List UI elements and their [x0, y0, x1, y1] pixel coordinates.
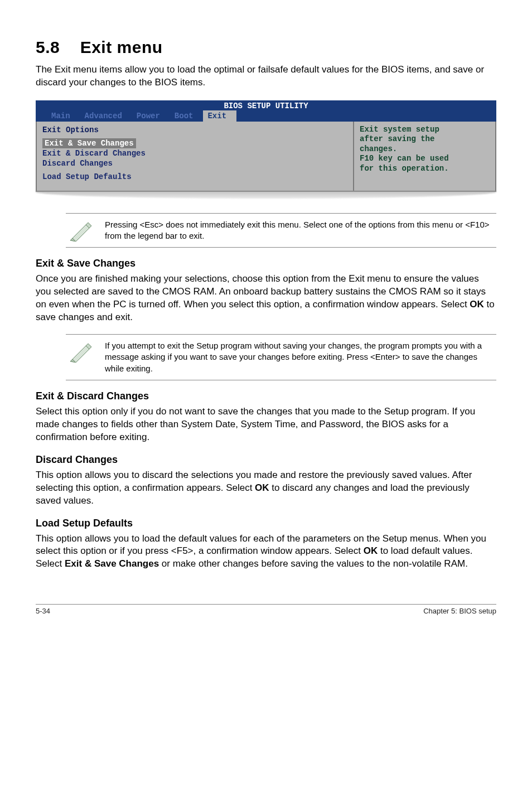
pencil-icon [69, 219, 95, 241]
bios-item: Discard Changes [42, 158, 347, 168]
bios-item: Load Setup Defaults [42, 172, 347, 182]
note-text: Pressing <Esc> does not immediately exit… [105, 219, 496, 242]
shadow-decoration [36, 191, 496, 199]
bios-tabs: Main Advanced Power Boot Exit [36, 110, 496, 122]
bios-help-line: F10 key can be used [360, 154, 490, 164]
bios-tab-main: Main [47, 110, 80, 122]
subheading-load: Load Setup Defaults [36, 518, 496, 529]
note-block: If you attempt to exit the Setup program… [66, 335, 496, 380]
bios-title: BIOS SETUP UTILITY [36, 100, 496, 110]
bios-tab-advanced: Advanced [80, 110, 132, 122]
bios-right-pane: Exit system setup after saving the chang… [354, 122, 496, 192]
bios-tab-exit: Exit [203, 110, 236, 122]
bold-ok: OK [470, 299, 484, 310]
paragraph-save: Once you are finished making your select… [36, 273, 496, 324]
divider [66, 247, 496, 248]
text-fragment: or make other changes before saving the … [159, 558, 468, 569]
bios-item-selected: Exit & Save Changes [42, 138, 136, 148]
page-number: 5-34 [36, 607, 50, 615]
bold-exit-save: Exit & Save Changes [65, 558, 159, 569]
subheading-discard-exit: Exit & Discard Changes [36, 390, 496, 402]
bold-ok: OK [255, 482, 269, 493]
bios-help-line: Exit system setup [360, 125, 490, 135]
bios-help-line: for this operation. [360, 164, 490, 174]
text-fragment: Once you are finished making your select… [36, 273, 486, 310]
section-number: 5.8 [36, 38, 60, 57]
note-block: Pressing <Esc> does not immediately exit… [66, 214, 496, 248]
bios-item: Exit & Discard Changes [42, 148, 347, 158]
paragraph-load: This option allows you to load the defau… [36, 533, 496, 571]
bios-help-line: changes. [360, 144, 490, 154]
intro-paragraph: The Exit menu items allow you to load th… [36, 64, 496, 89]
bios-tab-boot: Boot [170, 110, 204, 122]
section-heading: 5.8 Exit menu [36, 38, 496, 57]
bios-help-line: after saving the [360, 134, 490, 144]
bios-tab-power: Power [132, 110, 170, 122]
section-title: Exit menu [80, 38, 163, 57]
paragraph-discard: This option allows you to discard the se… [36, 469, 496, 508]
bios-left-pane: Exit Options Exit & Save Changes Exit & … [36, 122, 354, 192]
pencil-icon [69, 340, 95, 363]
subheading-save: Exit & Save Changes [36, 258, 496, 269]
paragraph-discard-exit: Select this option only if you do not wa… [36, 405, 496, 444]
page-footer: 5-34 Chapter 5: BIOS setup [36, 604, 496, 615]
bios-item-header: Exit Options [42, 125, 347, 135]
bold-ok: OK [364, 545, 378, 556]
subheading-discard: Discard Changes [36, 454, 496, 466]
bios-screenshot: BIOS SETUP UTILITY Main Advanced Power B… [36, 100, 496, 199]
divider [66, 380, 496, 380]
note-text: If you attempt to exit the Setup program… [105, 340, 496, 374]
chapter-label: Chapter 5: BIOS setup [423, 607, 496, 615]
